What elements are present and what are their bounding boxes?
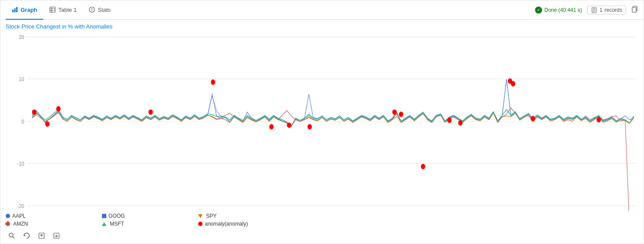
records-label: records (605, 7, 622, 13)
tab-stats-label: Stats (98, 7, 111, 13)
svg-point-40 (211, 79, 215, 85)
svg-point-45 (399, 112, 403, 117)
svg-point-46 (421, 164, 425, 169)
svg-point-47 (447, 117, 452, 123)
msft-triangle (102, 222, 106, 226)
amzn-dot (5, 221, 11, 227)
search-button[interactable] (7, 231, 16, 240)
svg-text:Jan '23: Jan '23 (24, 210, 40, 211)
svg-point-50 (511, 81, 515, 86)
svg-rect-3 (50, 7, 55, 12)
svg-point-38 (56, 106, 60, 111)
svg-point-48 (458, 120, 462, 126)
svg-rect-15 (632, 7, 636, 12)
legend-msft-label: MSFT (110, 221, 124, 227)
svg-point-42 (287, 122, 291, 127)
svg-point-43 (308, 124, 312, 129)
chart-svg: 20 10 0 -10 -20 Jan '23 Ma (6, 32, 638, 211)
svg-text:May '24: May '24 (505, 210, 522, 211)
svg-rect-1 (14, 8, 16, 12)
svg-point-41 (270, 124, 274, 129)
tab-graph[interactable]: Graph (6, 1, 43, 20)
anomaly-dot (198, 222, 203, 226)
svg-point-52 (597, 117, 601, 122)
svg-rect-2 (16, 7, 18, 12)
svg-text:0: 0 (21, 118, 24, 125)
svg-point-9 (91, 10, 92, 11)
status-area: Done (40.441 s) 1 records (535, 6, 638, 14)
tab-table1-label: Table 1 (58, 7, 77, 13)
chart-container: 20 10 0 -10 -20 Jan '23 Ma (6, 32, 638, 211)
records-count: 1 (599, 7, 602, 13)
chart-legend: AAPL GOOG SPY AMZN MSFT (6, 211, 638, 229)
legend-msft: MSFT (102, 221, 198, 227)
legend-spy: SPY (198, 213, 294, 219)
svg-point-44 (392, 110, 397, 115)
legend-goog: GOOG (102, 213, 198, 219)
svg-text:20: 20 (19, 34, 24, 40)
svg-point-36 (32, 110, 36, 115)
svg-text:Jul '23: Jul '23 (205, 210, 219, 211)
svg-point-39 (148, 110, 153, 115)
stats-icon (89, 7, 95, 13)
records-badge: 1 records (587, 6, 626, 14)
done-icon (535, 7, 542, 14)
legend-anomaly-label: anomaly(anomaly) (205, 221, 248, 227)
done-badge: Done (40.441 s) (535, 7, 582, 14)
svg-text:May '23: May '23 (144, 210, 160, 211)
chart-area: Stock Price Changest in % with Anomalies… (0, 20, 644, 244)
export-button[interactable] (37, 231, 46, 240)
tab-graph-label: Graph (21, 7, 37, 13)
records-icon (591, 7, 597, 13)
chart-toolbar (6, 229, 638, 242)
svg-text:Jan '24: Jan '24 (385, 210, 400, 211)
svg-point-54 (9, 233, 13, 237)
svg-point-51 (531, 116, 535, 121)
done-label: Done (40.441 s) (544, 7, 582, 13)
svg-line-55 (13, 237, 15, 239)
chart-icon (12, 7, 18, 13)
svg-text:Mar '24: Mar '24 (445, 210, 461, 211)
svg-text:Jul '24: Jul '24 (567, 210, 581, 211)
legend-amzn: AMZN (6, 221, 102, 227)
legend-spy-label: SPY (206, 213, 217, 219)
spy-triangle (198, 214, 203, 218)
legend-anomaly: anomaly(anomaly) (198, 221, 294, 227)
app-container: Graph Table 1 Stats Done (40.441 s) 1 (0, 0, 644, 244)
download-button[interactable] (52, 231, 61, 240)
tab-stats[interactable]: Stats (83, 1, 117, 20)
reset-button[interactable] (22, 231, 31, 240)
svg-text:-20: -20 (17, 202, 24, 209)
legend-amzn-label: AMZN (13, 221, 28, 227)
svg-text:10: 10 (19, 76, 24, 82)
chart-title: Stock Price Changest in % with Anomalies (6, 23, 638, 30)
legend-aapl-label: AAPL (12, 213, 26, 219)
copy-button[interactable] (631, 6, 638, 14)
svg-text:Mar '23: Mar '23 (84, 210, 100, 211)
svg-text:Sep '23: Sep '23 (264, 210, 280, 211)
tab-table1[interactable]: Table 1 (43, 1, 83, 20)
aapl-dot (6, 214, 10, 218)
svg-point-37 (45, 121, 49, 127)
table-icon (49, 7, 56, 13)
svg-rect-0 (12, 10, 14, 12)
goog-square (102, 214, 106, 218)
svg-text:Nov '23: Nov '23 (325, 210, 341, 211)
legend-aapl: AAPL (6, 213, 102, 219)
svg-text:-10: -10 (17, 160, 24, 167)
tab-bar: Graph Table 1 Stats Done (40.441 s) 1 (0, 0, 644, 20)
legend-goog-label: GOOG (108, 213, 125, 219)
